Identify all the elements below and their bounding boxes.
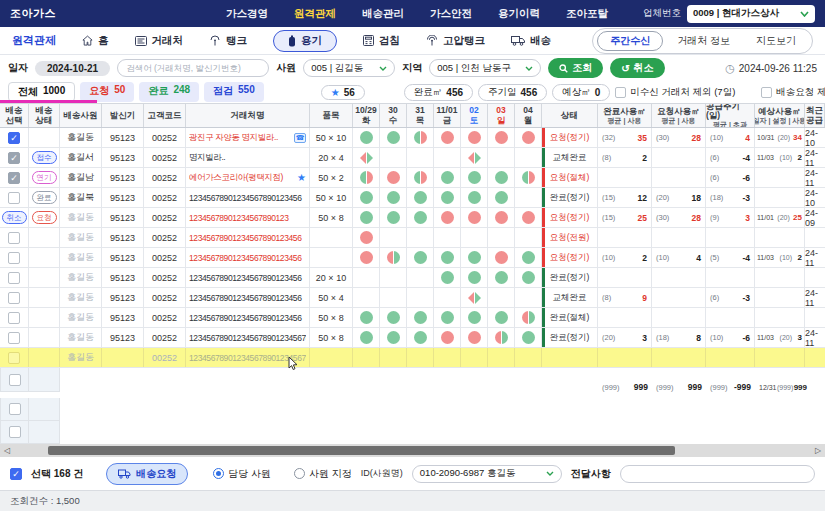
exclude-filter-checkbox[interactable]: 미수신 거래처 제외 (7일) — [615, 86, 735, 99]
top-menu-item-배송관리[interactable]: 배송관리 — [362, 7, 404, 21]
row-checkbox[interactable] — [8, 272, 20, 284]
table-row[interactable]: ✓연기홍길남9512300252에어가스코리아(평택지점)★50 × 2요청(절… — [0, 168, 825, 188]
table-row[interactable]: 홍길동951230025212345678901234567890123456요… — [0, 228, 825, 248]
table-row[interactable]: 홍길동951230025212345678901234567890123456요… — [0, 248, 825, 268]
top-menu-item-원격관제[interactable]: 원격관제 — [294, 7, 336, 21]
nav-tab-검침[interactable]: 검침 — [363, 34, 400, 48]
row-checkbox[interactable] — [8, 252, 20, 264]
col-header-estimated-usage[interactable]: 예상사용㎥일자 | 설정 | 사용 — [755, 104, 805, 127]
map-view-button[interactable]: 지도보기 — [744, 32, 808, 50]
col-header-request-usage[interactable]: 요청사용㎥평균 | 사용 — [652, 104, 706, 127]
count-badge-점검[interactable]: 점검550 — [204, 82, 264, 102]
scroll-right-arrow[interactable]: ▷ — [811, 444, 825, 457]
employee-id-select[interactable]: 010-2090-6987 홍길동 — [412, 465, 562, 483]
date-picker[interactable]: 2024-10-21 — [35, 61, 110, 76]
col-header-select[interactable]: 배송선택 — [0, 104, 29, 127]
table-row[interactable]: 취소요청홍길동951230025212345678901234567890123… — [0, 208, 825, 228]
region-select[interactable]: 005 | 인천 남동구 — [429, 59, 541, 77]
client-name-cell[interactable]: 12345678901234567890123 — [186, 208, 310, 227]
nav-tab-용기[interactable]: 용기 — [273, 30, 337, 52]
client-name-cell[interactable]: 12345678901234567890123456 — [186, 288, 310, 307]
client-name-cell[interactable]: 12345678901234567890123456 — [186, 308, 310, 327]
client-name-cell[interactable]: 명지빌라.. — [186, 148, 310, 167]
row-checkbox[interactable] — [8, 232, 20, 244]
phone-icon[interactable]: ☎ — [294, 133, 306, 143]
nav-tab-배송[interactable]: 배송 — [511, 34, 551, 48]
row-checkbox[interactable] — [9, 374, 21, 386]
col-header-agent[interactable]: 배송사원 — [60, 104, 102, 127]
row-checkbox[interactable] — [8, 192, 20, 204]
top-menu-item-가스경영[interactable]: 가스경영 — [226, 7, 268, 21]
nav-tab-탱크[interactable]: 탱크 — [209, 34, 247, 48]
table-row[interactable]: ✓홍길동9512300252광진구 자양동 명지빌라..☎50 × 10요청(정… — [0, 128, 825, 148]
search-input[interactable] — [117, 59, 269, 77]
col-header-supply-cycle[interactable]: 공급주기(일)평균 | 초과 — [706, 104, 755, 127]
col-header-code[interactable]: 고객코드 — [144, 104, 186, 127]
col-header-item[interactable]: 품목 — [310, 104, 353, 127]
col-header-last-supply[interactable]: 최근공급 — [805, 104, 825, 127]
horizontal-scrollbar[interactable]: ◁ ▷ — [0, 444, 825, 457]
weekly-receive-button[interactable]: 주간수신 — [597, 31, 663, 51]
row-checkbox[interactable] — [9, 426, 21, 438]
client-info-button[interactable]: 거래처 정보 — [665, 32, 742, 50]
cancel-badge[interactable]: 취소 — [2, 211, 27, 224]
nav-tab-거래처[interactable]: 거래처 — [135, 34, 184, 48]
employee-select[interactable]: 005 | 김길동 — [303, 59, 395, 77]
col-header-day-30[interactable]: 30수 — [380, 104, 407, 127]
row-checkbox[interactable] — [8, 312, 20, 324]
col-header-day-10/29[interactable]: 10/29화 — [353, 104, 380, 127]
client-name-cell[interactable]: 12345678901234567890123456 — [186, 188, 310, 207]
top-menu-item-조아포탈[interactable]: 조아포탈 — [566, 7, 608, 21]
col-header-device[interactable]: 발신기 — [102, 104, 144, 127]
table-row[interactable]: 홍길동9512300252123456789012345678901234565… — [0, 308, 825, 328]
nav-tab-홈[interactable]: 홈 — [82, 34, 109, 48]
col-header-ship-status[interactable]: 배송상태 — [29, 104, 60, 127]
row-checkbox[interactable]: ✓ — [8, 152, 20, 164]
scrollbar-thumb[interactable] — [48, 446, 675, 455]
company-select[interactable]: 0009 | 현대가스상사 — [687, 5, 815, 23]
select-all-checkbox[interactable]: ✓ — [10, 468, 22, 480]
col-header-day-03[interactable]: 03일 — [488, 104, 515, 127]
client-name-cell[interactable]: 12345678901234567890123456 — [186, 248, 310, 267]
row-checkbox[interactable] — [8, 352, 20, 364]
col-header-day-04[interactable]: 04월 — [515, 104, 542, 127]
count-badge-전체[interactable]: 전체1000 — [8, 82, 75, 102]
client-name-cell[interactable]: 12345678901234567890123456 — [186, 268, 310, 287]
count-badge-완료[interactable]: 완료248 — [139, 82, 199, 102]
table-row[interactable]: 홍길동9512300252123456789012345678901234562… — [0, 268, 825, 288]
table-row[interactable]: ✓접수홍길서9512300252명지빌라..20 × 4교체완료(8)2(6)-… — [0, 148, 825, 168]
top-menu-item-용기이력[interactable]: 용기이력 — [498, 7, 540, 21]
table-row[interactable]: 홍길동0025212345678901234567890123456789 — [0, 348, 825, 368]
row-checkbox[interactable]: ✓ — [8, 132, 20, 144]
client-name-cell[interactable]: 12345678901234567890123456 — [186, 228, 310, 247]
col-header-day-31[interactable]: 31목 — [407, 104, 434, 127]
table-row[interactable]: 완료홍길북95123002521234567890123456789012345… — [0, 188, 825, 208]
row-checkbox[interactable] — [8, 332, 20, 344]
row-checkbox[interactable]: ✓ — [8, 172, 20, 184]
top-menu-item-가스안전[interactable]: 가스안전 — [430, 7, 472, 21]
search-button[interactable]: 조회 — [548, 58, 603, 78]
favorite-count-badge[interactable]: ★ 56 — [321, 85, 365, 100]
scroll-left-arrow[interactable]: ◁ — [0, 444, 14, 457]
client-name-cell[interactable]: 광진구 자양동 명지빌라..☎ — [186, 128, 310, 147]
client-name-cell[interactable]: 에어가스코리아(평택지점)★ — [186, 168, 310, 187]
cancel-button[interactable]: ↺ 취소 — [610, 58, 664, 78]
client-name-cell[interactable]: 12345678901234567890123456789 — [186, 328, 310, 347]
col-header-day-02[interactable]: 02토 — [461, 104, 488, 127]
row-checkbox[interactable] — [9, 403, 21, 415]
row-checkbox[interactable] — [8, 292, 20, 304]
col-header-done-usage[interactable]: 완료사용㎥평균 | 사용 — [598, 104, 652, 127]
assigned-employee-radio[interactable]: 담당 사원 — [213, 467, 271, 481]
table-row[interactable]: 홍길동9512300252123456789012345678901234567… — [0, 328, 825, 348]
col-header-day-11/01[interactable]: 11/01금 — [434, 104, 461, 127]
nav-tab-고압탱크[interactable]: 고압탱크 — [426, 34, 485, 48]
delivery-request-button[interactable]: 배송요청 — [106, 463, 188, 485]
note-input[interactable] — [620, 465, 815, 483]
count-badge-요청[interactable]: 요청50 — [80, 82, 134, 102]
col-header-state[interactable]: 상태 — [542, 104, 598, 127]
star-icon[interactable]: ★ — [297, 172, 306, 183]
designate-employee-radio[interactable]: 사원 지정 — [294, 467, 352, 481]
exclude-filter-checkbox[interactable]: 배송요청 제외 — [761, 86, 825, 99]
col-header-name[interactable]: 거래처명 — [186, 104, 310, 127]
table-row[interactable]: 홍길동9512300252123456789012345678901234565… — [0, 288, 825, 308]
